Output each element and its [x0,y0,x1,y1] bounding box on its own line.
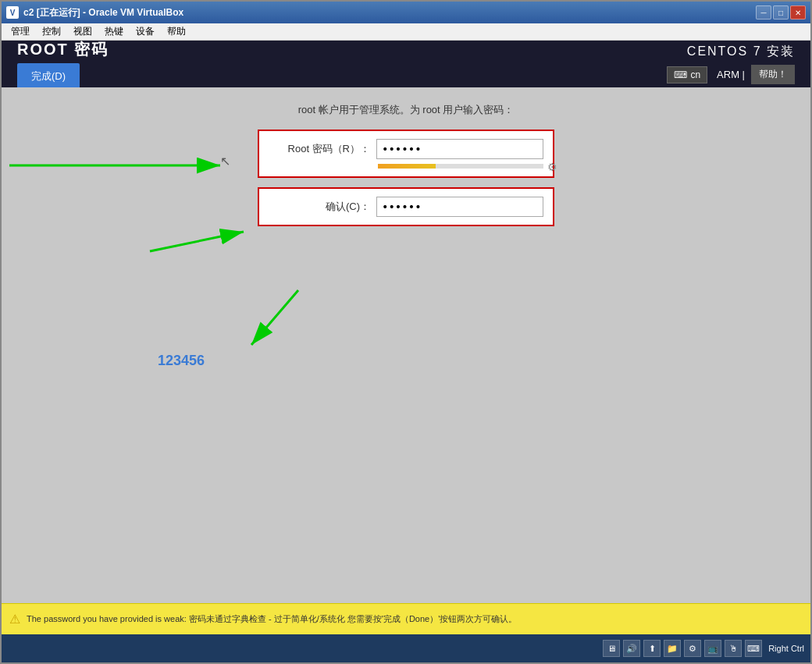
menu-hotkey[interactable]: 热键 [98,23,130,40]
root-password-input[interactable] [376,139,543,159]
arm-label: ARM | [717,69,745,80]
keyboard-badge[interactable]: ⌨ cn [667,66,707,83]
root-password-group: Root 密码（R）： ⚙ [258,130,554,178]
window-controls: ─ □ ✕ [756,5,806,20]
done-button[interactable]: 完成(D) [17,63,80,90]
taskbar-folder-icon[interactable]: 📁 [664,640,681,657]
keyboard-icon: ⌨ [674,69,687,80]
header-left: ROOT 密码 完成(D) [17,41,109,90]
taskbar: 🖥 🔊 ⬆ 📁 ⚙ 📺 🖱 ⌨ Right Ctrl [2,634,810,662]
maximize-button[interactable]: □ [773,5,789,20]
taskbar-display-icon[interactable]: 📺 [704,640,721,657]
menu-help[interactable]: 帮助 [161,23,192,40]
minimize-button[interactable]: ─ [756,5,771,20]
confirm-label: 确认(C)： [269,200,370,214]
header-right: CENTOS 7 安装 ⌨ cn ARM | 帮助！ [667,44,795,84]
warning-bar: ⚠ The password you have provided is weak… [2,603,810,634]
taskbar-settings-icon[interactable]: ⚙ [684,640,701,657]
help-button[interactable]: 帮助！ [751,65,795,84]
menu-view[interactable]: 视图 [67,23,98,40]
right-ctrl-label: Right Ctrl [768,644,804,653]
confirm-password-group: 确认(C)： [258,187,554,226]
taskbar-mouse-icon[interactable]: 🖱 [725,640,742,657]
header-controls: ⌨ cn ARM | 帮助！ [667,65,795,84]
close-button[interactable]: ✕ [790,5,806,20]
installer-header: ROOT 密码 完成(D) CENTOS 7 安装 ⌨ cn ARM | 帮助！ [2,41,810,87]
app-icon: V [6,6,19,19]
root-password-label: Root 密码（R）： [269,142,370,156]
confirm-password-inner: 确认(C)： [269,197,543,217]
taskbar-audio-icon[interactable]: 🔊 [623,640,640,657]
mouse-cursor: ↖ [220,154,230,169]
titlebar: V c2 [正在运行] - Oracle VM VirtualBox ─ □ ✕ [2,2,810,23]
page-title: ROOT 密码 [17,41,109,60]
centos-title: CENTOS 7 安装 [687,44,795,60]
vm-viewport: ROOT 密码 完成(D) CENTOS 7 安装 ⌨ cn ARM | 帮助！… [2,41,810,662]
main-content: root 帐户用于管理系统。为 root 用户输入密码： Root 密码（R）：… [2,87,810,603]
menu-control[interactable]: 控制 [36,23,67,40]
root-password-inner: Root 密码（R）： [269,139,543,159]
svg-line-3 [251,290,298,345]
warning-text: The password you have provided is weak: … [27,613,517,625]
menubar: 管理 控制 视图 热键 设备 帮助 [2,23,810,41]
strength-icon: ⚙ [547,161,557,173]
window-title: c2 [正在运行] - Oracle VM VirtualBox [23,6,183,20]
taskbar-network-icon[interactable]: 🖥 [603,640,620,657]
svg-line-2 [150,232,244,251]
strength-bar [378,164,436,169]
annotation-text: 123456 [158,353,205,369]
taskbar-keyboard-icon[interactable]: ⌨ [745,640,762,657]
strength-bar-container: ⚙ [378,164,543,169]
form-area: Root 密码（R）： ⚙ 确认(C)： [258,130,554,226]
keyboard-lang: cn [690,69,700,80]
menu-manage[interactable]: 管理 [5,23,36,40]
virtualbox-window: V c2 [正在运行] - Oracle VM VirtualBox ─ □ ✕… [0,0,812,664]
titlebar-left: V c2 [正在运行] - Oracle VM VirtualBox [6,6,183,20]
menu-devices[interactable]: 设备 [130,23,161,40]
confirm-password-input[interactable] [376,197,543,217]
description-text: root 帐户用于管理系统。为 root 用户输入密码： [33,103,779,117]
warning-icon: ⚠ [9,612,20,627]
taskbar-usb-icon[interactable]: ⬆ [643,640,661,657]
